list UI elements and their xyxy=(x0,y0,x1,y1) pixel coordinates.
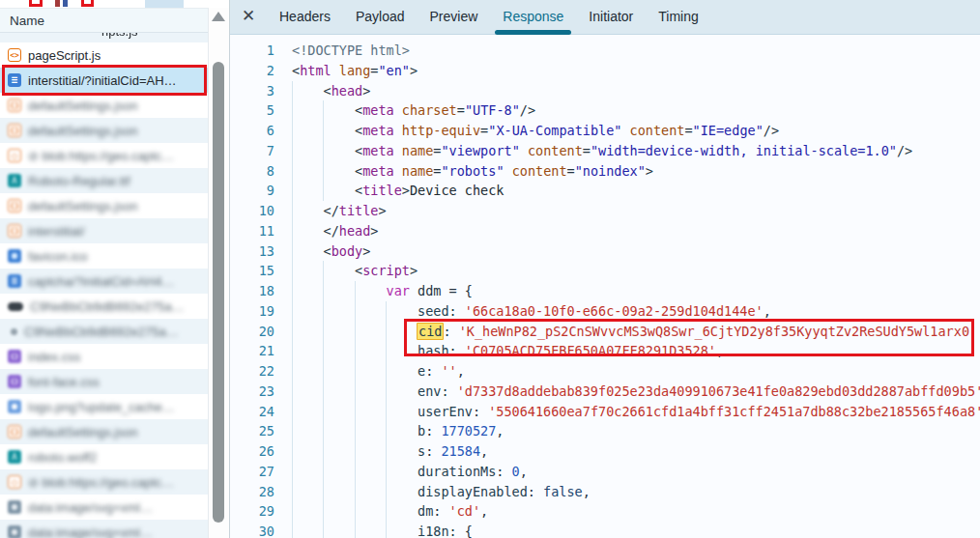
json-orange-request-icon xyxy=(8,224,21,238)
line-number: 8 xyxy=(230,161,274,182)
line-content: durationMs: 0, xyxy=(292,462,528,482)
request-row[interactable]: interstitial/ xyxy=(0,218,209,243)
code-line-27: 27 durationMs: 0, xyxy=(230,462,980,482)
fav-blue-request-icon xyxy=(8,249,21,263)
request-row[interactable]: ⊘ blob:https://geo.captc… xyxy=(0,143,209,168)
request-row[interactable]: roboto.woff2 xyxy=(0,444,209,469)
line-content: </head> xyxy=(292,221,378,241)
request-label: defaultSettings.json xyxy=(28,425,137,439)
code-line-6: 6 <meta http-equiv="X-UA-Compatible" con… xyxy=(230,121,980,141)
clipped-annotation-fragment xyxy=(29,0,43,7)
line-number: 21 xyxy=(230,341,274,361)
sidebar-scrollbar-thumb[interactable] xyxy=(213,62,224,523)
line-number: 29 xyxy=(230,501,274,522)
line-number: 26 xyxy=(230,441,274,462)
code-line-3: 3 <head> xyxy=(230,81,980,101)
line-number: 3 xyxy=(230,81,274,101)
line-number: 19 xyxy=(230,301,274,322)
code-line-22: 22 e: '', xyxy=(230,361,980,382)
network-request-list: Name ripts.jspageScript.jsinterstitial/?… xyxy=(0,0,229,538)
response-code-viewer[interactable]: 1<!DOCTYPE html>2<html lang="en">3 <head… xyxy=(230,35,980,538)
tab-preview[interactable]: Preview xyxy=(418,0,491,35)
request-row[interactable]: C9NeBbCb9dB692e275a… xyxy=(0,319,209,344)
request-row[interactable]: pageScript.js xyxy=(0,42,209,68)
code-line-30: 30 i18n: { xyxy=(230,522,980,538)
request-label: logo.png?update_cache… xyxy=(28,400,175,414)
line-content: s: 21584, xyxy=(292,441,488,462)
request-row[interactable]: data:image/svg+xml… xyxy=(0,495,209,520)
tab-initiator[interactable]: Initiator xyxy=(576,0,646,35)
line-content: <meta name="robots" content="noindex"> xyxy=(292,161,653,182)
request-row[interactable]: defaultSettings.json xyxy=(0,419,209,444)
line-number: 30 xyxy=(230,522,274,538)
request-row[interactable]: Roboto-Regular.ttf xyxy=(0,168,209,193)
request-label: captcha/?initialCid=AH4… xyxy=(28,274,174,289)
name-column-header[interactable]: Name xyxy=(0,8,229,33)
code-line-1: 1<!DOCTYPE html> xyxy=(230,41,980,61)
request-label: favicon.ico xyxy=(28,249,87,264)
code-line-7: 7 <meta name="viewport" content="width=d… xyxy=(230,141,980,161)
line-number: 23 xyxy=(230,382,274,402)
line-number: 11 xyxy=(230,221,274,241)
line-number: 24 xyxy=(230,402,274,422)
json-orange-request-icon xyxy=(8,99,21,112)
request-row[interactable]: favicon.ico xyxy=(0,243,209,269)
request-label: defaultSettings.json xyxy=(28,199,137,213)
code-line-23: 23 env: 'd7337d8addebab839f025e23da40991… xyxy=(230,382,980,402)
request-row[interactable]: font-face.css xyxy=(0,369,209,394)
request-row[interactable]: defaultSettings.json xyxy=(0,93,209,118)
request-row[interactable]: data:image/svg+xml… xyxy=(0,520,209,538)
line-content: userEnv: '550641660ea7f70c2661cfd1a4bff3… xyxy=(292,402,980,422)
code-line-20: 20 cid: 'K_heWnP82_pS2CnSWvvcMS3wQ8Swr_6… xyxy=(230,322,980,342)
request-label: ⊘ blob:https://geo.captc… xyxy=(28,475,174,490)
request-row[interactable]: logo.png?update_cache… xyxy=(0,394,209,419)
request-row[interactable]: defaultSettings.json xyxy=(0,118,209,143)
request-label: Roboto-Regular.ttf xyxy=(28,174,130,188)
line-number: 6 xyxy=(230,121,274,141)
clipped-toolbar-strip xyxy=(0,0,229,8)
img-gray-request-icon xyxy=(8,525,21,538)
code-line-24: 24 userEnv: '550641660ea7f70c2661cfd1a4b… xyxy=(230,402,980,422)
line-number: 25 xyxy=(230,421,274,441)
tab-payload[interactable]: Payload xyxy=(343,0,418,35)
tab-response[interactable]: Response xyxy=(490,0,576,35)
tab-headers[interactable]: Headers xyxy=(267,0,343,35)
request-row-selected[interactable]: interstitial/?initialCid=AH… xyxy=(0,68,209,93)
line-number: 10 xyxy=(230,201,274,221)
code-line-18: 18 var ddm = { xyxy=(230,281,980,301)
line-content: b: 1770527, xyxy=(292,421,504,441)
request-label: index.css xyxy=(28,350,80,364)
line-content: <title>Device check xyxy=(292,181,504,201)
code-line-10: 10 </title> xyxy=(230,201,980,221)
clipped-tab-fragment xyxy=(145,0,184,8)
scroll-up-arrow-icon[interactable] xyxy=(212,12,225,21)
line-number: 2 xyxy=(230,61,274,81)
close-icon[interactable]: ✕ xyxy=(242,0,255,35)
search-highlight: cid xyxy=(417,323,444,340)
request-row[interactable]: C9NeBbCb9dB692e275a… xyxy=(0,294,209,319)
line-content: <script> xyxy=(292,261,418,281)
line-content: i18n: { xyxy=(292,522,473,538)
request-row[interactable]: defaultSettings.json xyxy=(0,193,209,218)
code-line-19: 19 seed: '66ca18a0-10f0-e66c-09a2-259d10… xyxy=(230,301,980,322)
name-column-label: Name xyxy=(10,14,44,28)
code-line-25: 25 b: 1770527, xyxy=(230,421,980,441)
request-row[interactable]: ⊘ blob:https://geo.captc… xyxy=(0,469,209,495)
font-teal-request-icon xyxy=(8,450,21,464)
sidebar-scrollbar[interactable] xyxy=(208,8,229,538)
line-number: 13 xyxy=(230,241,274,262)
line-content: <body> xyxy=(292,241,370,262)
request-label: data:image/svg+xml… xyxy=(28,500,153,515)
css-purple-request-icon xyxy=(8,375,21,388)
line-number: 18 xyxy=(230,281,274,301)
request-row[interactable]: captcha/?initialCid=AH4… xyxy=(0,269,209,294)
line-number: 28 xyxy=(230,482,274,502)
request-row[interactable]: index.css xyxy=(0,344,209,369)
dot-request-icon xyxy=(11,328,17,335)
request-row[interactable]: ripts.js xyxy=(0,33,209,42)
code-line-5: 5 <meta charset="UTF-8"/> xyxy=(230,100,980,121)
line-content: <meta http-equiv="X-UA-Compatible" conte… xyxy=(292,121,779,141)
json-orange-request-icon xyxy=(8,425,21,439)
tab-timing[interactable]: Timing xyxy=(646,0,711,35)
line-number: 5 xyxy=(230,100,274,121)
